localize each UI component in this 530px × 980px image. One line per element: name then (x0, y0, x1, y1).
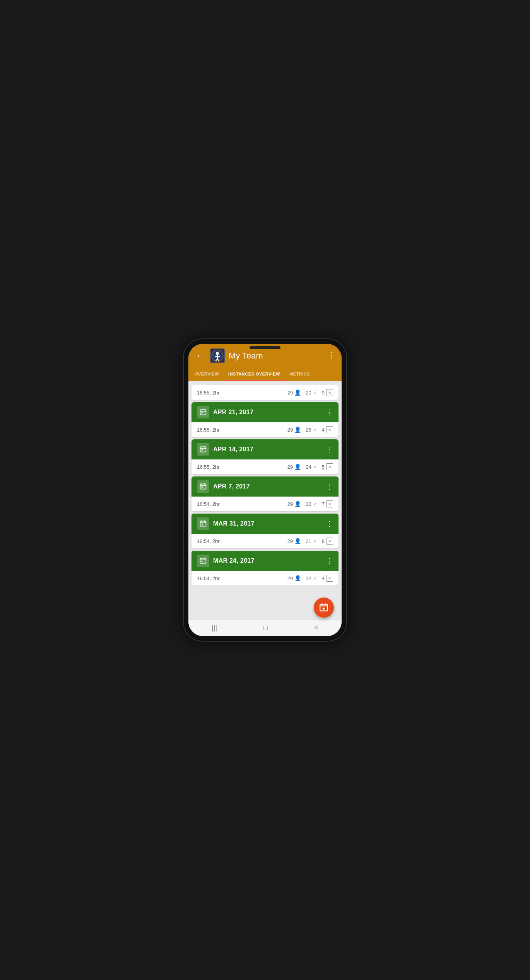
checked-count: 22 (306, 575, 311, 581)
phone-frame: ← My Team ⋮ OVERVIEW INSTANCES OVERVIEW … (184, 339, 346, 641)
back-nav-button[interactable]: < (314, 624, 318, 632)
x-count: 5 (322, 464, 325, 470)
instance-members: 29 👤 (287, 427, 301, 433)
svg-rect-27 (200, 558, 206, 563)
checked-count: 22 (306, 501, 311, 507)
instance-time: 16:54, 2hr (197, 501, 284, 507)
x-count: 9 (322, 390, 325, 396)
check-icon: ✓ (313, 427, 317, 433)
members-count: 29 (287, 575, 293, 581)
instance-menu-button[interactable]: ⋮ (326, 482, 333, 491)
tab-instances[interactable]: INSTANCES OVERVIEW (224, 368, 285, 381)
instance-card-header: APR 21, 2017 ⋮ (191, 402, 339, 422)
instance-card-body: 16:55, 2hr 29 👤 24 ✓ 5 ✕ (191, 459, 339, 474)
instance-stats: 29 👤 25 ✓ 4 ✕ (287, 426, 333, 433)
members-count: 29 (287, 464, 293, 470)
checked-count: 25 (306, 427, 311, 433)
x-box-icon: ✕ (326, 500, 333, 507)
svg-rect-22 (200, 521, 206, 526)
svg-rect-26 (202, 524, 203, 525)
instance-x: 7 ✕ (322, 500, 333, 507)
svg-rect-16 (202, 449, 203, 451)
instance-cards-container: APR 21, 2017 ⋮ 16:55, 2hr 29 👤 25 ✓ 4 (188, 402, 342, 586)
instance-time: 16:55, 2hr (197, 427, 284, 433)
x-box-icon: ✕ (326, 463, 333, 470)
check-icon: ✓ (313, 464, 317, 470)
back-button[interactable]: ← (195, 349, 206, 362)
members-count: 29 (287, 390, 293, 396)
instance-checked: 22 ✓ (306, 575, 317, 581)
instance-card-header: MAR 24, 2017 ⋮ (191, 551, 339, 571)
instance-card-body: 16:54, 2hr 29 👤 21 ✓ 8 ✕ (191, 534, 339, 548)
fab-add-button[interactable] (314, 598, 334, 618)
svg-rect-21 (202, 487, 203, 488)
instance-menu-button[interactable]: ⋮ (326, 557, 333, 565)
instance-menu-button[interactable]: ⋮ (326, 519, 333, 528)
person-icon: 👤 (294, 389, 301, 396)
instance-x: 4 ✕ (322, 575, 333, 582)
instance-x: 4 ✕ (322, 426, 333, 433)
instance-stats: 29 👤 24 ✓ 5 ✕ (287, 463, 333, 470)
phone-screen: ← My Team ⋮ OVERVIEW INSTANCES OVERVIEW … (188, 344, 342, 636)
instance-card: MAR 24, 2017 ⋮ 16:54, 2hr 29 👤 22 ✓ 4 (191, 551, 339, 586)
instance-card-body: 16:54, 2hr 29 👤 22 ✓ 7 ✕ (191, 497, 339, 511)
instance-menu-button[interactable]: ⋮ (326, 445, 333, 454)
x-box-icon: ✕ (326, 538, 333, 545)
instance-card-header: APR 7, 2017 ⋮ (191, 476, 339, 497)
header-title: My Team (229, 351, 323, 361)
instance-time: 16:54, 2hr (197, 575, 284, 581)
stat-x: 9 ✕ (322, 389, 333, 396)
checked-count: 21 (306, 538, 311, 544)
instance-members: 29 👤 (287, 464, 301, 470)
x-box-icon: ✕ (326, 426, 333, 433)
instance-x: 8 ✕ (322, 538, 333, 545)
instance-checked: 24 ✓ (306, 464, 317, 470)
stat-members: 29 👤 (287, 389, 301, 396)
svg-rect-11 (202, 412, 203, 413)
instance-card-header: APR 14, 2017 ⋮ (191, 439, 339, 459)
stat-checked: 20 ✓ (306, 390, 317, 396)
svg-rect-12 (200, 447, 206, 452)
svg-point-1 (216, 352, 219, 355)
instance-members: 29 👤 (287, 538, 301, 544)
calendar-icon (197, 443, 209, 456)
instance-card: APR 7, 2017 ⋮ 16:54, 2hr 29 👤 22 ✓ 7 (191, 476, 339, 511)
x-box-icon: ✕ (326, 389, 333, 396)
header-more-button[interactable]: ⋮ (327, 351, 335, 361)
check-icon: ✓ (313, 575, 317, 581)
partial-top-card: 16:55, 2hr 29 👤 20 ✓ 9 ✕ (191, 385, 339, 400)
calendar-icon (197, 517, 209, 530)
calendar-icon (197, 480, 209, 493)
app-header: ← My Team ⋮ (188, 344, 342, 368)
person-icon: 👤 (294, 464, 301, 470)
instance-time: 16:54, 2hr (197, 538, 284, 544)
bottom-navigation: ||| □ < (188, 619, 342, 636)
instance-checked: 25 ✓ (306, 427, 317, 433)
app-logo (210, 348, 225, 363)
svg-rect-7 (200, 410, 206, 415)
instance-card: MAR 31, 2017 ⋮ 16:54, 2hr 29 👤 21 ✓ 8 (191, 514, 339, 548)
instance-card: APR 21, 2017 ⋮ 16:55, 2hr 29 👤 25 ✓ 4 (191, 402, 339, 437)
instance-stats: 29 👤 21 ✓ 8 ✕ (287, 538, 333, 545)
instance-date: MAR 31, 2017 (213, 520, 322, 527)
instance-card-body: 16:54, 2hr 29 👤 22 ✓ 4 ✕ (191, 571, 339, 586)
instance-menu-button[interactable]: ⋮ (326, 408, 333, 417)
members-count: 29 (287, 427, 293, 433)
x-count: 4 (322, 427, 325, 433)
checked-count: 20 (306, 390, 311, 396)
checked-count: 24 (306, 464, 311, 470)
person-icon: 👤 (294, 501, 301, 507)
menu-nav-button[interactable]: ||| (212, 624, 217, 632)
members-count: 29 (287, 538, 293, 544)
instance-date: APR 21, 2017 (213, 409, 322, 416)
tab-metrics[interactable]: METRICS (285, 368, 315, 381)
tab-overview[interactable]: OVERVIEW (190, 368, 224, 381)
x-box-icon: ✕ (326, 575, 333, 582)
instance-checked: 22 ✓ (306, 501, 317, 507)
home-nav-button[interactable]: □ (263, 624, 268, 632)
instance-time: 16:55, 2hr (197, 464, 284, 470)
person-icon: 👤 (294, 427, 301, 433)
instance-checked: 21 ✓ (306, 538, 317, 544)
instance-card-body: 16:55, 2hr 29 👤 25 ✓ 4 ✕ (191, 422, 339, 437)
x-count: 7 (322, 501, 325, 507)
